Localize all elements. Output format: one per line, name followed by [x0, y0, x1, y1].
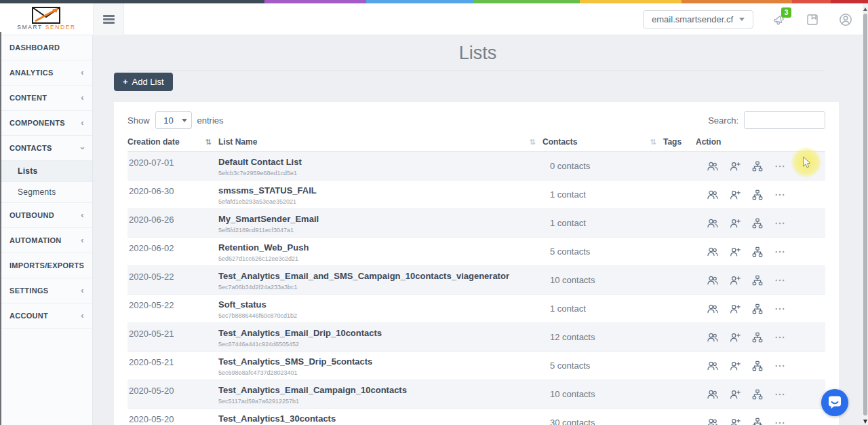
table-row[interactable]: 2020-05-22 Soft_status 5ec7b8886446f60c8…: [127, 295, 825, 323]
add-list-button[interactable]: + Add List: [114, 73, 173, 91]
sidebar-item-content[interactable]: CONTENT‹: [0, 86, 92, 111]
more-actions-button[interactable]: [774, 274, 786, 287]
manage-contacts-button[interactable]: [707, 417, 719, 425]
list-name-link[interactable]: Test_Analytics_Email_Campaign_10contacts: [218, 385, 542, 395]
sort-icon[interactable]: ⇅: [205, 138, 212, 147]
add-contact-button[interactable]: [729, 303, 741, 315]
segments-button[interactable]: [751, 160, 764, 172]
user-plus-icon: [729, 246, 741, 258]
add-contact-button[interactable]: [729, 246, 741, 258]
segments-button[interactable]: [751, 274, 764, 287]
list-name-link[interactable]: Soft_status: [218, 299, 542, 310]
add-contact-button[interactable]: [729, 217, 741, 229]
segments-button[interactable]: [751, 331, 764, 344]
list-name-link[interactable]: smssms_STATUS_FAIL: [218, 185, 542, 196]
manage-contacts-button[interactable]: [707, 360, 719, 372]
table-row[interactable]: 2020-05-20 Test_Analytics1_30contacts 5e…: [127, 409, 825, 425]
segments-button[interactable]: [751, 217, 764, 229]
list-name-link[interactable]: Retention_Web_Push: [218, 242, 542, 253]
sidebar-toggle-button[interactable]: [93, 3, 124, 35]
sidebar-item-lists[interactable]: Lists: [0, 161, 92, 182]
logo[interactable]: SMART SENDER: [0, 3, 93, 35]
manage-contacts-button[interactable]: [707, 189, 719, 201]
sidebar-item-imports-exports[interactable]: IMPORTS/EXPORTS: [0, 253, 92, 278]
table-row[interactable]: 2020-06-26 My_SmartSender_Email 5ef5fd21…: [127, 209, 825, 238]
segments-button[interactable]: [751, 388, 764, 401]
scroll-down-arrow-icon[interactable]: [863, 420, 868, 424]
segments-button[interactable]: [751, 417, 764, 425]
list-name-link[interactable]: Default Contact List: [218, 157, 542, 167]
list-name-link[interactable]: Test_Analytics1_30contacts: [218, 413, 542, 424]
sidebar-item-analytics[interactable]: ANALYTICS‹: [0, 60, 92, 86]
sidebar-item-dashboard[interactable]: DASHBOARD: [0, 35, 92, 60]
add-contact-button[interactable]: [729, 388, 741, 401]
table-row[interactable]: 2020-06-30 smssms_STATUS_FAIL 5efafd1eb2…: [127, 181, 825, 209]
more-actions-button[interactable]: [774, 160, 786, 172]
sidebar-item-automation[interactable]: AUTOMATION‹: [0, 228, 92, 253]
add-contact-button[interactable]: [729, 189, 741, 201]
contacts-cell: 1 contact: [542, 218, 663, 228]
more-actions-button[interactable]: [774, 246, 786, 258]
add-contact-button[interactable]: [729, 417, 741, 425]
manage-contacts-button[interactable]: [707, 274, 719, 287]
manage-contacts-button[interactable]: [707, 303, 719, 315]
manage-contacts-button[interactable]: [707, 331, 719, 344]
page-size-select[interactable]: 10: [155, 111, 192, 129]
column-header-contacts[interactable]: Contacts ⇅: [542, 137, 663, 151]
notifications-button[interactable]: 3: [772, 12, 787, 27]
user-plus-icon: [729, 160, 741, 172]
segments-button[interactable]: [751, 189, 764, 201]
segments-button[interactable]: [751, 246, 764, 258]
chat-button[interactable]: [821, 389, 848, 416]
sidebar-item-outbound[interactable]: OUTBOUND‹: [0, 203, 92, 228]
manage-contacts-button[interactable]: [707, 388, 719, 401]
search-input[interactable]: [744, 111, 825, 129]
add-contact-button[interactable]: [729, 360, 741, 372]
column-header-creation-date[interactable]: Creation date ⇅: [127, 137, 218, 151]
more-actions-button[interactable]: [774, 360, 786, 372]
manage-contacts-button[interactable]: [707, 160, 719, 172]
scrollbar[interactable]: [863, 3, 868, 425]
more-actions-button[interactable]: [774, 388, 786, 401]
list-name-link[interactable]: Test_Analytics_Email_Drip_10contacts: [218, 328, 542, 338]
list-name-link[interactable]: Test_Analytics_Email_and_SMS_Campaign_10…: [218, 271, 542, 281]
ellipsis-icon: [774, 417, 786, 425]
workspace-dropdown[interactable]: email.smartsender.cf: [643, 10, 753, 29]
sidebar-item-contacts[interactable]: CONTACTS‹: [0, 136, 92, 161]
segments-button[interactable]: [751, 303, 764, 315]
table-row[interactable]: 2020-05-20 Test_Analytics_Email_Campaign…: [127, 380, 825, 409]
manage-contacts-button[interactable]: [707, 217, 719, 229]
manage-contacts-button[interactable]: [707, 246, 719, 258]
creation-date-cell: 2020-07-01: [127, 152, 218, 180]
sidebar-item-settings[interactable]: SETTINGS‹: [0, 278, 92, 303]
scroll-up-arrow-icon[interactable]: [863, 7, 868, 11]
knowledge-base-button[interactable]: [805, 12, 820, 27]
more-actions-button[interactable]: [774, 217, 786, 229]
more-actions-button[interactable]: [774, 189, 786, 201]
add-contact-button[interactable]: [729, 160, 741, 172]
list-name-link[interactable]: My_SmartSender_Email: [218, 214, 542, 224]
table-row[interactable]: 2020-05-22 Test_Analytics_Email_and_SMS_…: [127, 266, 825, 295]
add-contact-button[interactable]: [729, 274, 741, 287]
list-name-link[interactable]: Test_Analytics_SMS_Drip_5contacts: [218, 356, 542, 367]
sidebar-item-components[interactable]: COMPONENTS‹: [0, 111, 92, 136]
table-row[interactable]: 2020-05-21 Test_Analytics_SMS_Drip_5cont…: [127, 352, 825, 380]
table-row[interactable]: 2020-06-02 Retention_Web_Push 5ed627d1cc…: [127, 238, 825, 266]
sidebar-item-segments[interactable]: Segments: [0, 182, 92, 203]
sort-icon[interactable]: ⇅: [530, 138, 536, 147]
more-actions-button[interactable]: [774, 331, 786, 344]
table-row[interactable]: 2020-07-01 Default Contact List 5efcb3c7…: [127, 152, 825, 181]
logo-text: SMART SENDER: [0, 24, 93, 30]
add-contact-button[interactable]: [729, 331, 741, 344]
account-menu-button[interactable]: [838, 12, 853, 27]
more-actions-button[interactable]: [774, 303, 786, 315]
table-row[interactable]: 2020-05-21 Test_Analytics_Email_Drip_10c…: [127, 323, 825, 352]
scrollbar-thumb[interactable]: [863, 14, 867, 415]
more-actions-button[interactable]: [774, 417, 786, 425]
sidebar-item-account[interactable]: ACCOUNT‹: [0, 303, 92, 329]
sort-icon[interactable]: ⇅: [650, 138, 656, 147]
segments-button[interactable]: [751, 360, 764, 372]
creation-date-cell: 2020-06-26: [127, 209, 218, 237]
column-header-tags[interactable]: Tags: [663, 137, 696, 151]
column-header-list-name[interactable]: List Name ⇅: [218, 137, 542, 151]
